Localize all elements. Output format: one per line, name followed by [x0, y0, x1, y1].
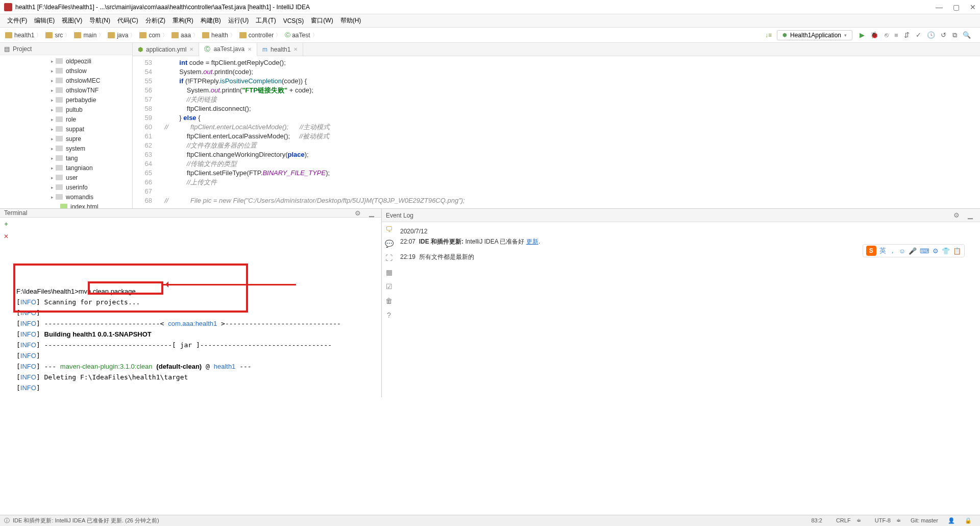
menu-item[interactable]: 导航(N) [86, 15, 113, 26]
tree-item[interactable]: ▸userinfo [0, 182, 132, 192]
tree-item[interactable]: ▸tang [0, 153, 132, 163]
close-tab-icon[interactable]: ✕ [248, 46, 252, 52]
menu-item[interactable]: 文件(F) [4, 15, 30, 26]
event-update-link[interactable]: 更新 [526, 238, 538, 245]
tree-item[interactable]: ▸tangniaon [0, 163, 132, 173]
tree-item[interactable]: ▸womandis [0, 192, 132, 202]
maximize-icon[interactable]: ▢ [953, 3, 960, 11]
search-icon[interactable]: 🔍 [963, 31, 971, 39]
breadcrumb-item[interactable]: main〉 [72, 31, 106, 39]
file-icon: m [262, 46, 267, 53]
project-panel-title[interactable]: ▤ Project [0, 43, 132, 55]
git-branch[interactable]: Git: master [911, 517, 938, 523]
ime-keyboard-icon[interactable]: ⌨ [920, 247, 929, 255]
breadcrumb-item[interactable]: java〉 [106, 31, 137, 39]
debug-icon[interactable]: 🐞 [870, 31, 878, 39]
close-icon[interactable]: ✕ [970, 3, 976, 11]
tree-item[interactable]: index.html [0, 202, 132, 208]
tree-item[interactable]: ▸perbabydie [0, 95, 132, 105]
app-logo-icon [4, 3, 12, 11]
trash-icon[interactable]: 🗑 [385, 297, 393, 305]
build-icon[interactable]: ↓≡ [765, 32, 772, 39]
editor-tab[interactable]: ⬢application.yml✕ [133, 43, 199, 56]
breadcrumb-item[interactable]: src〉 [43, 31, 72, 39]
ime-punct-icon[interactable]: ， [889, 246, 896, 255]
ime-lang[interactable]: 英 [879, 246, 886, 255]
breadcrumb-item[interactable]: health1〉 [3, 31, 43, 39]
git-history-icon[interactable]: 🕓 [927, 31, 935, 39]
tree-item[interactable]: ▸suppat [0, 124, 132, 134]
tree-item[interactable]: ▸supre [0, 134, 132, 144]
tree-item[interactable]: ▸oldpeozili [0, 56, 132, 66]
coverage-icon[interactable]: ⎋ [885, 31, 889, 39]
caret-position[interactable]: 83:2 [811, 517, 822, 523]
editor-tab[interactable]: mhealth1✕ [257, 43, 303, 56]
minimize-panel-icon[interactable] [369, 209, 377, 217]
minimize-icon[interactable]: — [936, 3, 943, 11]
balloon-icon[interactable]: 🗨 [385, 225, 393, 233]
ime-clip-icon[interactable]: 📋 [953, 247, 961, 255]
menu-item[interactable]: 工具(T) [253, 15, 279, 26]
code-text[interactable]: int code = ftpClient.getReplyCode(); Sys… [157, 56, 980, 208]
menu-item[interactable]: 重构(R) [169, 15, 197, 26]
ime-mic-icon[interactable]: 🎤 [909, 247, 917, 255]
ime-skin-icon[interactable]: 👕 [942, 247, 950, 255]
breadcrumb-item[interactable]: health〉 [200, 31, 237, 39]
minimize-panel-icon[interactable] [968, 211, 976, 219]
tree-item[interactable]: ▸system [0, 144, 132, 153]
ime-emoji-icon[interactable]: ☺ [899, 247, 905, 255]
menu-item[interactable]: VCS(S) [280, 16, 307, 26]
menu-item[interactable]: 窗口(W) [308, 15, 336, 26]
structure-icon[interactable]: ⧉ [952, 31, 957, 39]
check-icon[interactable]: ☑ [386, 282, 393, 291]
breadcrumb-item[interactable]: controller〉 [237, 31, 283, 39]
run-config-select[interactable]: Health1Application ▾ [777, 30, 852, 40]
settings-icon[interactable]: ⛶ [385, 254, 393, 262]
menu-item[interactable]: 构建(B) [198, 15, 224, 26]
menu-item[interactable]: 代码(C) [114, 15, 141, 26]
tree-item[interactable]: ▸role [0, 114, 132, 124]
tree-item[interactable]: ▸othslowMEC [0, 76, 132, 85]
terminal-output[interactable]: F:\IdeaFiles\health1>mvn clean package[I… [12, 218, 381, 397]
help-icon[interactable]: ? [387, 311, 391, 319]
menu-item[interactable]: 视图(V) [59, 15, 85, 26]
lock-icon[interactable]: 🔒 [965, 517, 972, 523]
tree-item[interactable]: ▸user [0, 173, 132, 182]
close-tab-icon[interactable]: ✕ [189, 46, 193, 52]
git-revert-icon[interactable]: ↺ [941, 31, 946, 39]
tree-item[interactable]: ▸othslowTNF [0, 85, 132, 95]
line-separator[interactable]: CRLF ≑ [832, 517, 861, 523]
mark-read-icon[interactable]: ▦ [386, 268, 393, 276]
ime-toolbar[interactable]: S 英 ， ☺ 🎤 ⌨ ⚙ 👕 📋 [863, 244, 965, 257]
project-tree[interactable]: ▸oldpeozili▸othslow▸othslowMEC▸othslowTN… [0, 55, 132, 208]
git-update-icon[interactable]: ⇵ [904, 31, 910, 39]
menu-item[interactable]: 编辑(E) [31, 15, 58, 26]
navbar: health1〉src〉main〉java〉com〉aaa〉health〉con… [0, 28, 980, 43]
tree-item[interactable]: ▸othslow [0, 66, 132, 76]
stop-icon[interactable]: ■ [894, 31, 898, 39]
new-session-icon[interactable]: + [4, 221, 8, 228]
git-commit-icon[interactable]: ✓ [916, 31, 921, 39]
status-info-icon: ⓘ [4, 517, 10, 524]
menu-item[interactable]: 分析(Z) [142, 15, 168, 26]
tree-item[interactable]: ▸pultub [0, 105, 132, 114]
gear-icon[interactable] [953, 211, 963, 219]
event-log-title[interactable]: Event Log [386, 212, 953, 219]
breadcrumb-item[interactable]: aaTest〉 [283, 31, 319, 39]
breadcrumb-item[interactable]: com〉 [137, 31, 169, 39]
close-session-icon[interactable]: ✕ [4, 233, 9, 240]
terminal-title[interactable]: Terminal [4, 209, 355, 217]
close-tab-icon[interactable]: ✕ [293, 46, 298, 52]
run-icon[interactable]: ▶ [860, 31, 865, 39]
speech-icon[interactable]: 💬 [385, 240, 394, 248]
code-area[interactable]: 53545556575859606162636465666768 int cod… [133, 56, 980, 208]
event-time: 22:19 [400, 253, 415, 260]
menu-item[interactable]: 帮助(H) [337, 15, 364, 26]
menu-item[interactable]: 运行(U) [225, 15, 252, 26]
ime-gear-icon[interactable]: ⚙ [933, 247, 939, 255]
editor-tab[interactable]: ⒸaaTest.java✕ [199, 43, 257, 56]
inspection-icon[interactable]: 👤 [948, 517, 955, 523]
breadcrumb-item[interactable]: aaa〉 [169, 31, 200, 39]
gear-icon[interactable] [355, 209, 364, 217]
encoding[interactable]: UTF-8 ≑ [871, 517, 901, 523]
